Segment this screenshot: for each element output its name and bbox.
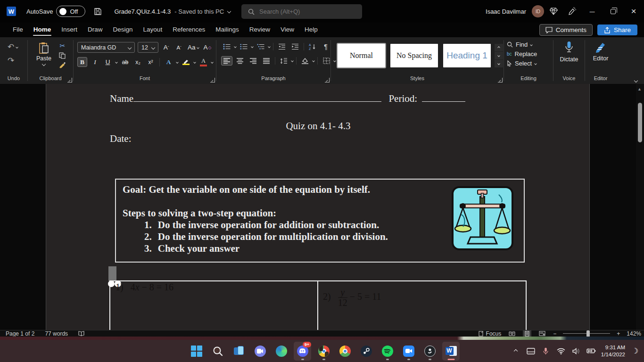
zoom-icon[interactable] <box>400 342 417 361</box>
chrome-icon[interactable] <box>336 342 354 361</box>
borders-button[interactable] <box>321 56 332 66</box>
restore-button[interactable] <box>603 0 623 23</box>
increase-indent-button[interactable] <box>289 42 301 51</box>
show-paragraph-marks-button[interactable]: ¶ <box>320 42 331 51</box>
autosave-toggle[interactable]: Off <box>56 6 85 17</box>
zoom-in-button[interactable]: + <box>617 330 620 337</box>
font-name-select[interactable]: Maiandra GD <box>77 42 135 53</box>
bold-button[interactable]: B <box>77 57 87 67</box>
line-spacing-button[interactable] <box>278 56 289 66</box>
tab-file[interactable]: File <box>8 23 28 37</box>
web-layout-button[interactable] <box>538 330 546 337</box>
balance-scale-clipart[interactable] <box>452 186 513 250</box>
coming-soon-icon[interactable] <box>563 0 582 23</box>
zoom-level[interactable]: 142% <box>627 330 641 337</box>
tab-view[interactable]: View <box>275 23 299 37</box>
wifi-icon[interactable] <box>556 345 566 357</box>
tray-chevron-up-icon[interactable] <box>511 345 521 357</box>
task-view-button[interactable] <box>230 342 248 361</box>
page-indicator[interactable]: Page 1 of 2 <box>6 330 34 337</box>
superscript-button[interactable]: x² <box>146 57 156 67</box>
text-effects-button[interactable]: A <box>164 57 173 67</box>
styles-gallery-more[interactable] <box>495 60 503 67</box>
highlight-button[interactable] <box>181 57 191 67</box>
change-case-button[interactable]: Aa <box>187 42 200 52</box>
decrease-indent-button[interactable] <box>276 42 288 51</box>
format-painter-button[interactable] <box>59 62 66 68</box>
word-logo-icon[interactable]: W <box>7 7 16 16</box>
tab-help[interactable]: Help <box>299 23 323 37</box>
clear-formatting-button[interactable]: A◇ <box>203 42 213 52</box>
cut-button[interactable]: ✂ <box>59 42 66 49</box>
tab-design[interactable]: Design <box>108 23 138 37</box>
undo-button[interactable]: ↶ <box>8 42 18 52</box>
sort-button[interactable]: AZ <box>307 42 318 51</box>
tab-draw[interactable]: Draw <box>83 23 108 37</box>
grow-font-button[interactable]: Aˆ <box>161 42 171 52</box>
style-no-spacing[interactable]: No Spacing <box>390 44 438 67</box>
microphone-in-use-icon[interactable] <box>541 345 551 357</box>
dictate-button[interactable]: Dictate <box>553 37 585 63</box>
paragraph-dialog-launcher[interactable] <box>325 78 330 82</box>
document-canvas[interactable]: Name Period: Quiz on 4.1- 4.3 Date: Goal… <box>0 84 644 330</box>
print-layout-button[interactable] <box>523 330 531 337</box>
tab-insert[interactable]: Insert <box>56 23 83 37</box>
style-heading1[interactable]: Heading 1 <box>443 44 491 67</box>
teams-chat-icon[interactable] <box>251 342 269 361</box>
minimize-button[interactable]: ─ <box>582 0 603 23</box>
steam-icon[interactable] <box>357 342 375 361</box>
clock[interactable]: 9:31 AM 1/14/2022 <box>601 344 625 358</box>
save-icon[interactable] <box>94 8 102 16</box>
collapse-ribbon-icon[interactable] <box>634 79 638 82</box>
document-page[interactable]: Name Period: Quiz on 4.1- 4.3 Date: Goal… <box>46 84 590 330</box>
focus-assist-moon-icon[interactable]: ☽ <box>630 345 640 357</box>
avatar[interactable]: ID <box>532 5 544 17</box>
word-count[interactable]: 77 words <box>45 330 68 337</box>
vertical-scrollbar[interactable]: ▲ <box>636 84 644 330</box>
redo-button[interactable]: ↷ <box>8 56 14 66</box>
tab-home[interactable]: Home <box>28 23 57 37</box>
close-button[interactable]: × <box>623 0 644 23</box>
styles-scroll-down[interactable] <box>495 52 503 59</box>
italic-button[interactable]: I <box>90 57 100 67</box>
bullet-list-button[interactable] <box>221 42 232 51</box>
selection-handle[interactable] <box>108 280 115 287</box>
proofing-icon[interactable] <box>78 331 84 336</box>
tab-layout[interactable]: Layout <box>138 23 168 37</box>
justify-button[interactable] <box>261 56 272 66</box>
tab-references[interactable]: References <box>167 23 210 37</box>
paste-dropdown-icon[interactable] <box>42 62 46 66</box>
styles-dialog-launcher[interactable] <box>498 78 503 82</box>
discord-icon[interactable]: 9+ <box>294 342 311 361</box>
numbered-list-button[interactable] <box>238 42 249 51</box>
chrome-custom-profile-icon[interactable] <box>315 342 332 361</box>
tab-review[interactable]: Review <box>244 23 275 37</box>
taskbar-search-button[interactable] <box>209 342 226 361</box>
underline-button[interactable]: U <box>103 57 113 67</box>
shading-button[interactable] <box>299 56 311 66</box>
font-size-select[interactable]: 12 <box>138 42 158 53</box>
premium-diamond-icon[interactable] <box>544 0 563 23</box>
strikethrough-button[interactable]: ab <box>120 57 130 67</box>
scroll-up-icon[interactable]: ▲ <box>637 87 642 91</box>
zoom-slider[interactable] <box>563 333 610 334</box>
search-input[interactable] <box>259 8 349 15</box>
start-button[interactable] <box>188 342 205 361</box>
shrink-font-button[interactable]: Aˇ <box>174 42 184 52</box>
share-button[interactable]: Share <box>597 25 637 35</box>
read-mode-button[interactable] <box>508 330 516 337</box>
style-normal[interactable]: Normal <box>338 44 385 67</box>
styles-scroll-up[interactable] <box>495 44 503 51</box>
volume-icon[interactable] <box>571 345 581 357</box>
edge-icon[interactable] <box>272 342 290 361</box>
multilevel-list-button[interactable] <box>255 42 266 51</box>
underline-dropdown-icon[interactable] <box>115 61 118 64</box>
autosave-control[interactable]: AutoSave Off <box>26 6 85 17</box>
user-name[interactable]: Isaac Davilmar <box>486 8 526 15</box>
replace-button[interactable]: bc Replace <box>507 50 537 58</box>
font-color-button[interactable]: A <box>198 57 208 67</box>
scrollbar-thumb[interactable] <box>638 103 642 142</box>
comments-button[interactable]: Comments <box>539 24 593 36</box>
paste-button[interactable]: Paste <box>33 40 55 67</box>
battery-charging-icon[interactable] <box>586 345 596 357</box>
